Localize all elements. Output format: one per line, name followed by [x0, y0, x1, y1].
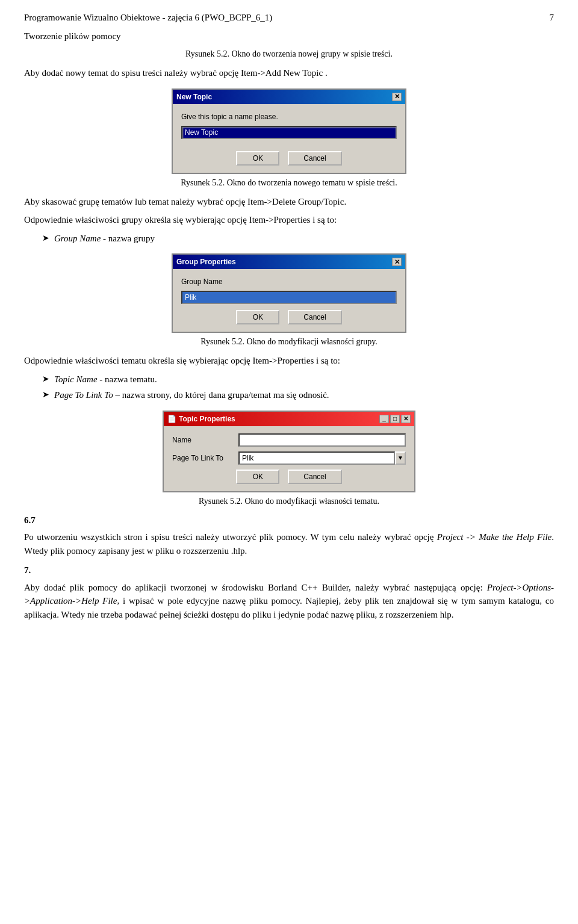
topic-props-close-button[interactable]: ✕ — [401, 415, 411, 423]
bullet1-rest: - nazwa grupy — [101, 234, 155, 243]
section-7-italic: Project->Options->Application->Help File — [24, 583, 554, 606]
header-title: Programowanie Wizualno Obiektowe - zajęc… — [24, 11, 272, 25]
new-topic-titlebar: New Topic ✕ — [173, 90, 405, 104]
bullet-arrow-2: ➤ — [42, 373, 49, 385]
topic-name-input[interactable] — [238, 433, 406, 447]
section-67-italic: Project -> Make the Help File — [437, 532, 552, 542]
new-topic-input[interactable] — [181, 126, 397, 139]
topic-props-ok-button[interactable]: OK — [236, 470, 279, 484]
topic-name-label: Name — [172, 435, 238, 445]
new-topic-ok-button[interactable]: OK — [236, 151, 279, 166]
para1-text: Aby dodać nowy temat do spisu treści nal… — [24, 68, 328, 78]
section-67-para: Po utworzeniu wszystkich stron i spisu t… — [24, 530, 554, 557]
group-props-ok-button[interactable]: OK — [236, 310, 279, 324]
bullet-group-name: ➤ Group Name - nazwa grupy — [42, 232, 554, 246]
topic-name-row: Name — [172, 433, 406, 447]
topic-props-dialog-wrapper: 📄 Topic Properties _ □ ✕ Name Page To Li… — [24, 411, 554, 492]
new-topic-body: Give this topic a name please. OK Cancel — [173, 104, 405, 173]
section-67-number: 6.7 — [24, 513, 554, 527]
bullet-topic-name: ➤ Topic Name - nazwa tematu. — [42, 373, 554, 386]
topic-props-titlebar: 📄 Topic Properties _ □ ✕ — [164, 412, 414, 426]
figure3-caption: Rysunek 5.2. Okno do modyfikacji własnoś… — [24, 335, 554, 348]
new-topic-label: Give this topic a name please. — [181, 111, 397, 122]
group-props-cancel-button[interactable]: Cancel — [288, 310, 341, 324]
topic-props-minimize-button[interactable]: _ — [379, 415, 389, 423]
bullet1-italic: Group Name — [54, 234, 101, 243]
new-topic-cancel-button[interactable]: Cancel — [288, 151, 341, 166]
group-name-label: Group Name — [181, 276, 397, 287]
topic-page-input-wrapper: ▼ — [238, 451, 406, 465]
new-topic-dialog: New Topic ✕ Give this topic a name pleas… — [172, 88, 406, 174]
section-7-para: Aby dodać plik pomocy do aplikacji tworz… — [24, 581, 554, 622]
paragraph-1: Aby dodać nowy temat do spisu treści nal… — [24, 66, 554, 80]
figure2-caption: Rysunek 5.2. Okno do tworzenia nowego te… — [24, 176, 554, 189]
topic-page-dropdown-button[interactable]: ▼ — [395, 451, 406, 465]
topic-props-cancel-button[interactable]: Cancel — [288, 470, 341, 484]
bullet-arrow-3: ➤ — [42, 388, 49, 401]
header-subtitle: Tworzenie plików pomocy — [24, 29, 554, 43]
topic-props-maximize-button[interactable]: □ — [390, 415, 400, 423]
para3-text: Odpowiednie właściwości grupy określa si… — [24, 215, 337, 225]
bullet3-rest: – nazwa strony, do której dana grupa/tem… — [113, 390, 329, 400]
group-props-buttons: OK Cancel — [181, 310, 397, 324]
group-props-titlebar: Group Properties ✕ — [173, 255, 405, 269]
topic-props-controls: _ □ ✕ — [379, 415, 411, 423]
bullet-arrow-1: ➤ — [42, 232, 49, 244]
new-topic-close-button[interactable]: ✕ — [392, 93, 402, 101]
paragraph-2: Aby skasować grupę tematów lub temat nal… — [24, 195, 554, 209]
group-name-input[interactable] — [181, 291, 397, 304]
topic-page-label: Page To Link To — [172, 453, 238, 464]
figure1-caption: Rysunek 5.2. Okno do tworzenia nowej gru… — [24, 48, 554, 60]
group-props-title: Group Properties — [176, 256, 236, 267]
bullet2-italic: Topic Name — [54, 374, 98, 384]
bullet-page-link: ➤ Page To Link To – nazwa strony, do któ… — [42, 388, 554, 402]
topic-page-row: Page To Link To ▼ — [172, 451, 406, 465]
group-props-body: Group Name OK Cancel — [173, 269, 405, 332]
group-props-dialog-wrapper: Group Properties ✕ Group Name OK Cancel — [24, 253, 554, 333]
bullet3-content: Page To Link To – nazwa strony, do które… — [54, 388, 329, 402]
group-props-dialog: Group Properties ✕ Group Name OK Cancel — [172, 253, 406, 333]
topic-props-title: Topic Properties — [179, 414, 379, 424]
topic-props-body: Name Page To Link To ▼ OK Cancel — [164, 426, 414, 491]
new-topic-input-wrapper — [181, 126, 397, 145]
topic-props-buttons: OK Cancel — [172, 470, 406, 484]
new-topic-buttons: OK Cancel — [181, 151, 397, 166]
new-topic-title: New Topic — [176, 91, 212, 102]
bullet3-italic: Page To Link To — [54, 390, 113, 400]
topic-props-dialog: 📄 Topic Properties _ □ ✕ Name Page To Li… — [163, 411, 415, 492]
group-props-close-button[interactable]: ✕ — [392, 258, 402, 266]
bullet1-content: Group Name - nazwa grupy — [54, 232, 155, 246]
page-header: Programowanie Wizualno Obiektowe - zajęc… — [24, 11, 554, 25]
paragraph-4: Odpowiednie właściwości tematu określa s… — [24, 354, 554, 368]
topic-props-title-icon: 📄 — [167, 414, 176, 424]
new-topic-dialog-wrapper: New Topic ✕ Give this topic a name pleas… — [24, 88, 554, 174]
para2-text: Aby skasować grupę tematów lub temat nal… — [24, 197, 346, 206]
topic-page-input[interactable] — [238, 451, 395, 465]
page-number: 7 — [550, 11, 555, 25]
bullet2-rest: - nazwa tematu. — [98, 374, 157, 384]
section-7-number: 7. — [24, 563, 554, 577]
figure4-caption: Rysunek 5.2. Okno do modyfikacji własnoś… — [24, 495, 554, 507]
bullet2-content: Topic Name - nazwa tematu. — [54, 373, 157, 386]
para4-text: Odpowiednie właściwości tematu określa s… — [24, 356, 340, 365]
paragraph-3: Odpowiednie właściwości grupy określa si… — [24, 213, 554, 227]
